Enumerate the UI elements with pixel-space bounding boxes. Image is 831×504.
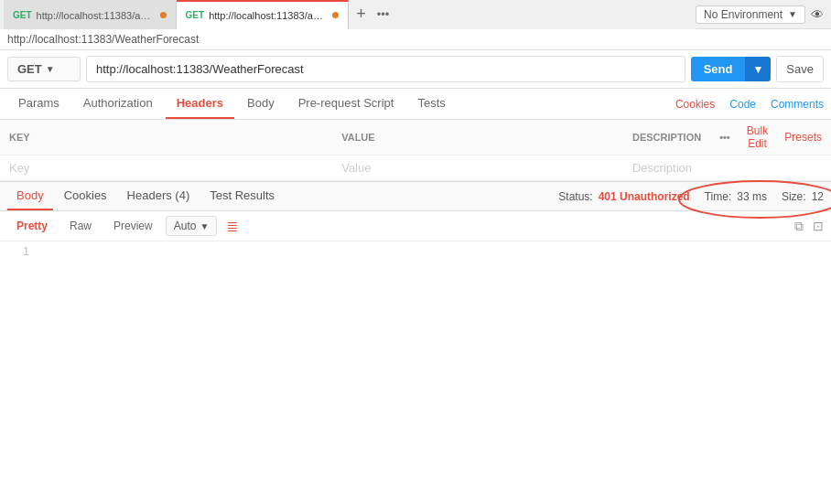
chevron-down-icon: ▼	[200, 221, 209, 231]
res-tab-cookies[interactable]: Cookies	[55, 182, 116, 210]
response-toolbar: Pretty Raw Preview Auto ▼ ≣ ⧉ ⊡	[0, 211, 831, 241]
response-status: Status: 401 Unauthorized Time: 33 ms Siz…	[558, 190, 824, 203]
tab-2[interactable]: GET http://localhost:11383/api/Auth/...	[177, 0, 350, 29]
format-label: Auto	[174, 220, 197, 232]
method-label: GET	[17, 62, 42, 76]
more-tabs-button[interactable]: •••	[373, 5, 394, 23]
col-key: KEY	[0, 120, 332, 155]
cookies-link[interactable]: Cookies	[675, 98, 715, 111]
res-tab-body[interactable]: Body	[7, 182, 53, 210]
tab-headers[interactable]: Headers	[166, 89, 234, 119]
tab-url-2: http://localhost:11383/api/Auth/...	[209, 10, 328, 21]
wrap-icon[interactable]: ≣	[226, 218, 238, 235]
col-actions: ••• Bulk Edit Presets	[710, 120, 831, 155]
key-cell[interactable]: Key	[0, 155, 332, 181]
save-button[interactable]: Save	[776, 56, 824, 82]
tab-authorization[interactable]: Authorization	[72, 89, 164, 119]
res-tab-test-results[interactable]: Test Results	[200, 182, 284, 210]
method-selector[interactable]: GET ▼	[7, 57, 81, 81]
table-row: Key Value Description	[0, 155, 831, 181]
address-bar: http://localhost:11383/WeatherForecast	[0, 29, 831, 50]
view-pretty-button[interactable]: Pretty	[7, 216, 57, 236]
add-tab-button[interactable]: +	[352, 3, 370, 26]
time-label: Time:	[705, 190, 732, 203]
response-tabs: Body Cookies Headers (4) Test Results St…	[0, 181, 831, 211]
time-value: 33 ms	[737, 190, 767, 203]
tab-params[interactable]: Params	[7, 89, 70, 119]
send-button[interactable]: Send	[691, 57, 746, 81]
line-number-1: 1	[7, 245, 29, 258]
size-value: 12	[812, 190, 824, 203]
chevron-down-icon: ▼	[788, 9, 797, 19]
headers-table: KEY VALUE DESCRIPTION ••• Bulk Edit Pres…	[0, 120, 831, 181]
status-label: Status:	[558, 190, 592, 203]
chevron-down-icon: ▼	[46, 64, 55, 74]
code-link[interactable]: Code	[729, 98, 756, 111]
presets-button[interactable]: Presets	[784, 131, 822, 144]
send-dropdown-button[interactable]: ▼	[745, 57, 771, 81]
tab-1[interactable]: GET http://localhost:11383/api/Auth/...	[4, 0, 177, 29]
tab-method-1: GET	[13, 10, 32, 20]
format-selector[interactable]: Auto ▼	[166, 216, 218, 236]
tab-modified-dot-1	[160, 12, 167, 18]
env-label: No Environment	[704, 8, 782, 21]
status-badge: 401 Unauthorized	[599, 190, 690, 203]
copy-icon[interactable]: ⧉	[794, 219, 804, 234]
row-actions-cell	[710, 155, 831, 181]
col-more-icon: •••	[719, 132, 730, 143]
url-input[interactable]	[86, 56, 685, 82]
request-tabs: Params Authorization Headers Body Pre-re…	[0, 89, 831, 120]
environment-selector[interactable]: No Environment ▼	[696, 5, 805, 24]
tab-prerequest[interactable]: Pre-request Script	[287, 89, 405, 119]
eye-icon[interactable]: 👁	[811, 7, 824, 22]
tab-url-1: http://localhost:11383/api/Auth/...	[37, 10, 156, 21]
col-description: DESCRIPTION	[623, 120, 710, 155]
size-label: Size:	[782, 190, 806, 203]
expand-icon[interactable]: ⊡	[813, 219, 824, 233]
address-url: http://localhost:11383/WeatherForecast	[7, 33, 199, 46]
col-value: VALUE	[332, 120, 623, 155]
res-tab-headers[interactable]: Headers (4)	[118, 182, 200, 210]
view-raw-button[interactable]: Raw	[60, 216, 101, 236]
value-cell[interactable]: Value	[332, 155, 623, 181]
request-bar: GET ▼ Send ▼ Save	[0, 50, 831, 89]
comments-link[interactable]: Comments	[771, 98, 824, 111]
description-cell[interactable]: Description	[623, 155, 710, 181]
tab-method-2: GET	[186, 10, 205, 20]
code-area: 1	[0, 241, 831, 262]
tab-tests[interactable]: Tests	[406, 89, 456, 119]
tab-modified-dot-2	[332, 12, 339, 18]
code-line-1: 1	[0, 241, 831, 262]
bulk-edit-button[interactable]: Bulk Edit	[738, 124, 778, 150]
tab-body[interactable]: Body	[236, 89, 286, 119]
view-preview-button[interactable]: Preview	[104, 216, 162, 236]
